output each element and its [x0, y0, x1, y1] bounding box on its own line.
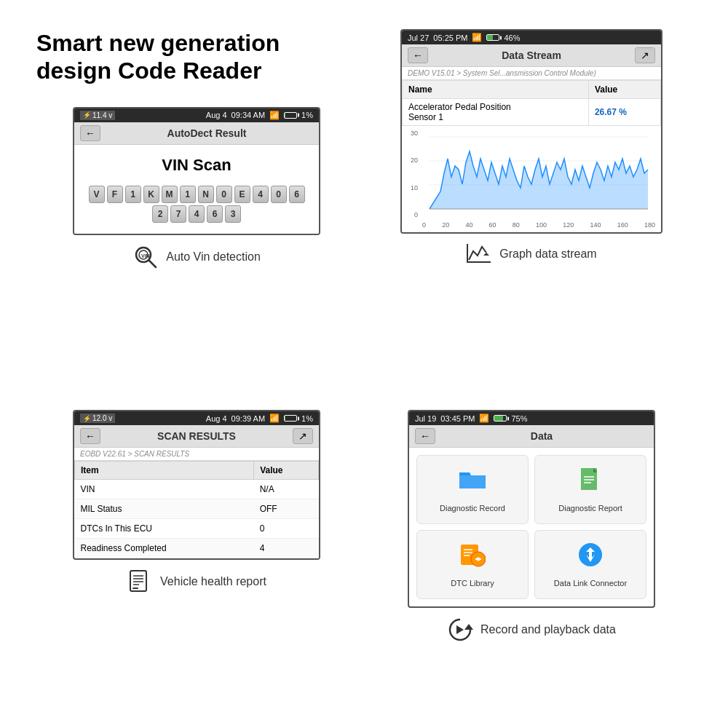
vin-char: 4	[253, 186, 269, 203]
diagnostic-record-item[interactable]: Diagnostic Record	[416, 455, 529, 524]
vin-char: 3	[225, 205, 241, 223]
scanresults-voltage: ⚡ 12.0 v	[80, 414, 115, 423]
chart-x-140: 140	[590, 221, 601, 229]
datastream-col-name: Name	[403, 81, 589, 99]
vin-char: 6	[207, 205, 223, 223]
chart-x-20: 20	[442, 221, 449, 229]
data-chart	[422, 130, 655, 217]
graph-feature-label: Graph data stream	[466, 241, 596, 267]
playback-feature-label: Record and playback data	[447, 617, 616, 643]
dtc-library-item[interactable]: DTC Library	[416, 530, 529, 599]
data-nav: ← Data	[409, 425, 654, 448]
datastream-cell-name: Accelerator Pedal PositionSensor 1	[403, 99, 589, 126]
scan-col-value: Value	[254, 462, 319, 480]
datastream-back-btn[interactable]: ←	[408, 47, 428, 63]
scanresults-export-btn[interactable]: ↗	[293, 428, 313, 444]
scan-results-table: Item Value VIN N/A MIL Status OFF DTCs I…	[74, 461, 319, 558]
datastream-frame: Jul 27 05:25 PM 📶 46% ← Data Stream ↗ DE…	[400, 29, 662, 234]
datastream-nav: ← Data Stream ↗	[402, 44, 661, 67]
data-menu-grid: Diagnostic Record Diagnos	[409, 448, 654, 606]
connector-icon	[577, 542, 604, 573]
datastream-table: Name Value Accelerator Pedal PositionSen…	[402, 80, 661, 126]
vin-feature-text: Auto Vin detection	[166, 250, 261, 264]
data-panel: Jul 19 03:45 PM 📶 75% ← Data	[364, 403, 699, 706]
vin-icon: VIN	[132, 244, 159, 270]
datastream-cell-value: 26.67 %	[588, 99, 660, 126]
autodect-back-btn[interactable]: ←	[80, 125, 100, 141]
vin-char: 2	[152, 205, 168, 223]
svg-point-28	[477, 558, 480, 561]
datastream-row: Accelerator Pedal PositionSensor 1 26.67…	[403, 99, 661, 126]
vin-label: VIN Scan	[85, 156, 308, 175]
svg-rect-19	[459, 475, 486, 488]
autodect-voltage: ⚡ 11.4 v	[80, 111, 115, 120]
scan-row-readiness: Readiness Completed 4	[75, 539, 319, 558]
chart-container: 30 20 10 0	[402, 126, 661, 232]
chart-y-20: 20	[408, 157, 418, 164]
vin-content: VIN Scan V F 1 K M 1 N 0 E 4 0 6 2 7 4	[74, 145, 319, 234]
svg-marker-12	[483, 253, 489, 256]
svg-rect-10	[467, 261, 491, 263]
scanresults-status-bar: ⚡ 12.0 v Aug 4 09:39 AM 📶 1%	[74, 411, 319, 425]
chart-x-180: 180	[644, 221, 655, 229]
autodect-nav: ← AutoDect Result	[74, 122, 319, 145]
vin-chars: V F 1 K M 1 N 0 E 4 0 6 2 7 4 6 3	[85, 186, 308, 223]
vin-char: V	[89, 186, 105, 203]
autodect-frame: ⚡ 11.4 v Aug 4 09:34 AM 📶 1% ← AutoDect …	[73, 107, 320, 235]
chart-x-100: 100	[536, 221, 547, 229]
chart-y-30: 30	[408, 130, 418, 137]
svg-text:VIN: VIN	[141, 253, 150, 258]
health-feature-label: Vehicle health report	[127, 569, 266, 595]
autodect-panel: ⚡ 11.4 v Aug 4 09:34 AM 📶 1% ← AutoDect …	[29, 100, 364, 403]
scanresults-panel: ⚡ 12.0 v Aug 4 09:39 AM 📶 1% ← SCAN RESU…	[29, 403, 364, 706]
chart-y-0: 0	[408, 211, 418, 218]
chart-x-80: 80	[513, 221, 520, 229]
vin-char: M	[162, 186, 178, 203]
vin-char: K	[143, 186, 159, 203]
vin-char: 6	[289, 186, 305, 203]
data-back-btn[interactable]: ←	[415, 428, 435, 444]
scan-row-mil: MIL Status OFF	[75, 499, 319, 519]
playback-icon	[447, 617, 473, 643]
svg-marker-33	[464, 624, 473, 630]
datastream-panel: Jul 27 05:25 PM 📶 46% ← Data Stream ↗ DE…	[364, 22, 699, 403]
dtc-library-label: DTC Library	[451, 579, 494, 587]
vin-feature-label: VIN Auto Vin detection	[132, 244, 261, 270]
vin-char: 1	[125, 186, 141, 203]
data-nav-title: Data	[435, 430, 648, 442]
diagnostic-record-label: Diagnostic Record	[440, 504, 505, 513]
scanresults-breadcrumb: EOBD V22.61 > SCAN RESULTS	[74, 448, 319, 461]
dtc-icon	[459, 542, 486, 573]
diagnostic-report-item[interactable]: Diagnostic Report	[534, 455, 646, 524]
vin-char: F	[107, 186, 123, 203]
chart-x-120: 120	[563, 221, 574, 229]
chart-x-0: 0	[422, 221, 426, 229]
main-title: Smart new generation design Code Reader	[36, 29, 364, 85]
folder-icon	[458, 467, 487, 498]
scanresults-nav-title: SCAN RESULTS	[100, 430, 293, 442]
autodect-status-bar: ⚡ 11.4 v Aug 4 09:34 AM 📶 1%	[74, 108, 319, 122]
svg-rect-18	[132, 587, 138, 589]
vin-char: 4	[189, 205, 205, 223]
data-status-bar: Jul 19 03:45 PM 📶 75%	[409, 411, 654, 425]
chart-x-40: 40	[465, 221, 472, 229]
data-frame: Jul 19 03:45 PM 📶 75% ← Data	[408, 410, 655, 608]
scanresults-back-btn[interactable]: ←	[80, 428, 100, 444]
vin-char: 7	[170, 205, 186, 223]
vin-char: E	[234, 186, 250, 203]
chart-x-60: 60	[489, 221, 496, 229]
graph-feature-text: Graph data stream	[499, 248, 596, 261]
vin-char: 0	[271, 186, 287, 203]
data-link-connector-label: Data Link Connector	[554, 579, 627, 587]
autodect-nav-title: AutoDect Result	[100, 127, 313, 139]
datastream-export-btn[interactable]: ↗	[635, 47, 655, 63]
datastream-nav-title: Data Stream	[428, 50, 635, 61]
chart-x-160: 160	[617, 221, 628, 229]
doc-icon	[577, 467, 604, 498]
data-link-connector-item[interactable]: Data Link Connector	[534, 530, 646, 599]
title-section: Smart new generation design Code Reader	[29, 22, 364, 100]
playback-feature-text: Record and playback data	[480, 623, 616, 636]
svg-marker-34	[456, 625, 464, 634]
graph-icon	[466, 241, 492, 267]
scan-col-item: Item	[75, 462, 254, 480]
